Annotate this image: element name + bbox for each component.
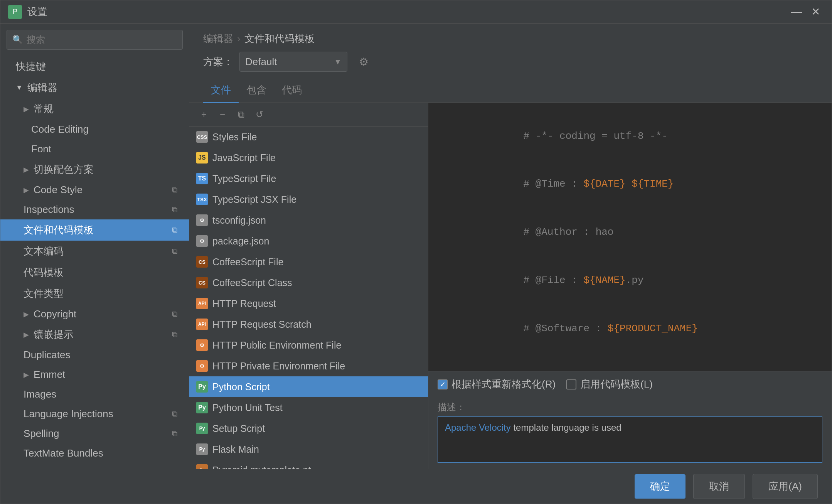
file-list-panel: + − ⧉ ↺ CSS Styles File JS JavaSc (189, 103, 428, 469)
list-item[interactable]: ⚙ package.json (189, 231, 428, 251)
list-item[interactable]: Py Pyramid mytemplate pt (189, 460, 428, 469)
search-icon: 🔍 (12, 35, 23, 45)
list-item[interactable]: API HTTP Request (189, 293, 428, 314)
sidebar-item-label: 快捷键 (16, 60, 46, 73)
tab-files[interactable]: 文件 (203, 78, 239, 103)
expand-icon: ▶ (24, 371, 29, 379)
list-item[interactable]: TS TypeScript File (189, 168, 428, 189)
list-item[interactable]: API HTTP Request Scratch (189, 314, 428, 335)
file-type-icon: TSX (196, 194, 208, 205)
sidebar-item-file-type[interactable]: 文件类型 (0, 283, 189, 304)
search-input[interactable] (27, 34, 177, 45)
file-type-icon: Py (196, 464, 208, 469)
copy-icon: ⧉ (172, 429, 177, 438)
sidebar-item-emmet[interactable]: ▶ Emmet (0, 365, 189, 384)
apache-velocity-link[interactable]: Apache Velocity (445, 422, 511, 433)
list-item[interactable]: Py Setup Script (189, 418, 428, 439)
sidebar-item-embed-hint[interactable]: ▶ 镶嵌提示 ⧉ (0, 324, 189, 345)
settings-dialog: P 设置 — ✕ 🔍 快捷键 ▼ 编辑器 ▶ 常规 (0, 0, 832, 504)
sidebar-item-editor[interactable]: ▼ 编辑器 (0, 77, 189, 98)
sidebar-item-label: Font (31, 143, 51, 155)
title-bar: P 设置 — ✕ (0, 0, 832, 24)
sidebar-item-label: Spelling (24, 428, 59, 440)
copy-button[interactable]: ⧉ (232, 107, 249, 122)
sidebar-item-lang-injections[interactable]: Language Injections ⧉ (0, 404, 189, 424)
reformat-checkbox-item[interactable]: ✓ 根据样式重新格式化(R) (438, 378, 556, 391)
reformat-label: 根据样式重新格式化(R) (451, 378, 556, 391)
cancel-button[interactable]: 取消 (693, 474, 745, 499)
description-label: 描述： (438, 401, 822, 413)
sidebar-item-textmate[interactable]: TextMate Bundles (0, 443, 189, 463)
tabs-bar: 文件 包含 代码 (189, 78, 832, 103)
list-item[interactable]: TSX TypeScript JSX File (189, 189, 428, 210)
list-item[interactable]: ⚙ tsconfig.json (189, 210, 428, 231)
main-content: 编辑器 › 文件和代码模板 方案： Default ▼ ⚙ 文件 包含 代码 (189, 24, 832, 469)
tab-includes[interactable]: 包含 (239, 78, 274, 103)
remove-button[interactable]: − (214, 107, 231, 122)
confirm-button[interactable]: 确定 (635, 474, 685, 499)
list-item[interactable]: ⚙ HTTP Public Environment File (189, 335, 428, 356)
list-item[interactable]: ⚙ HTTP Private Environment File (189, 356, 428, 376)
list-item[interactable]: CS CoffeeScript Class (189, 272, 428, 293)
tab-code[interactable]: 代码 (274, 78, 310, 103)
file-type-icon: Py (196, 381, 208, 393)
add-button[interactable]: + (195, 107, 212, 122)
list-item[interactable]: CSS Styles File (189, 126, 428, 147)
sidebar-item-text-edit[interactable]: 文本编码 ⧉ (0, 241, 189, 262)
sidebar-item-label: Copyright (34, 308, 76, 320)
sidebar: 🔍 快捷键 ▼ 编辑器 ▶ 常规 Code Editing Font (0, 24, 189, 469)
file-list: CSS Styles File JS JavaScript File TS Ty… (189, 126, 428, 469)
file-item-label: TypeScript JSX File (212, 194, 296, 205)
file-item-label: HTTP Public Environment File (212, 340, 341, 351)
app-icon: P (8, 5, 22, 19)
code-panel: # -*- coding = utf-8 -*- # @Time : ${DAT… (428, 103, 832, 469)
list-item[interactable]: JS JavaScript File (189, 147, 428, 168)
breadcrumb: 编辑器 › 文件和代码模板 (189, 24, 832, 52)
reset-button[interactable]: ↺ (251, 107, 268, 122)
sidebar-item-code-style[interactable]: ▶ Code Style ⧉ (0, 180, 189, 200)
file-type-icon: Py (196, 443, 208, 455)
sidebar-item-file-template[interactable]: 文件和代码模板 ⧉ (0, 219, 189, 241)
sidebar-item-images[interactable]: Images (0, 384, 189, 404)
copy-icon: ⧉ (172, 410, 177, 418)
dialog-body: 🔍 快捷键 ▼ 编辑器 ▶ 常规 Code Editing Font (0, 24, 832, 469)
apply-button[interactable]: 应用(A) (753, 474, 818, 499)
scheme-select[interactable]: Default ▼ (239, 52, 347, 72)
sidebar-item-todo[interactable]: TODO (0, 463, 189, 469)
file-type-icon: CS (196, 256, 208, 268)
sidebar-item-copyright[interactable]: ▶ Copyright ⧉ (0, 304, 189, 324)
gear-button[interactable]: ⚙ (354, 52, 374, 72)
list-item-python-unit[interactable]: Py Python Unit Test (189, 397, 428, 418)
search-box[interactable]: 🔍 (7, 30, 183, 50)
code-editor[interactable]: # -*- coding = utf-8 -*- # @Time : ${DAT… (428, 103, 832, 371)
file-item-label: package.json (212, 236, 269, 247)
copy-icon: ⧉ (172, 310, 177, 319)
file-item-label: HTTP Request (212, 298, 276, 309)
sidebar-item-general[interactable]: ▶ 常规 (0, 98, 189, 120)
code-line-4: # @File : ${NAME}.py (439, 256, 821, 305)
list-item-python-script[interactable]: Py Python Script (189, 376, 428, 397)
sidebar-item-code-editing[interactable]: Code Editing (0, 120, 189, 139)
sidebar-item-label: 文件类型 (24, 287, 64, 300)
sidebar-item-code-template[interactable]: 代码模板 (0, 262, 189, 283)
file-type-icon: ⚙ (196, 235, 208, 247)
sidebar-item-color-scheme[interactable]: ▶ 切换配色方案 (0, 159, 189, 180)
bottom-bar: ✓ 根据样式重新格式化(R) 启用代码模板(L) (428, 371, 832, 397)
file-item-label: Flask Main (212, 444, 259, 455)
sidebar-item-spelling[interactable]: Spelling ⧉ (0, 424, 189, 443)
scheme-bar: 方案： Default ▼ ⚙ (189, 52, 832, 78)
sidebar-item-font[interactable]: Font (0, 139, 189, 159)
sidebar-item-duplicates[interactable]: Duplicates (0, 345, 189, 365)
minimize-button[interactable]: — (787, 4, 806, 20)
list-item[interactable]: CS CoffeeScript File (189, 251, 428, 272)
expand-icon: ▶ (24, 330, 29, 339)
list-item[interactable]: Py Flask Main (189, 439, 428, 460)
close-button[interactable]: ✕ (807, 4, 824, 20)
sidebar-item-inspections[interactable]: Inspections ⧉ (0, 200, 189, 219)
enable-template-checkbox[interactable] (566, 379, 576, 389)
sidebar-item-shortcuts[interactable]: 快捷键 (0, 56, 189, 77)
breadcrumb-separator: › (237, 33, 241, 45)
enable-template-checkbox-item[interactable]: 启用代码模板(L) (566, 378, 653, 391)
sidebar-item-label: 编辑器 (27, 81, 57, 94)
reformat-checkbox[interactable]: ✓ (438, 379, 448, 389)
